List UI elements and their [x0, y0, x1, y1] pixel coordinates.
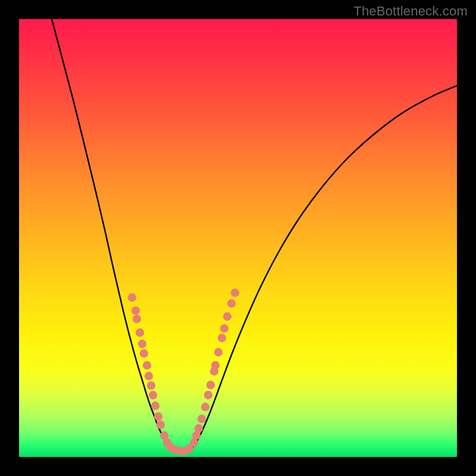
- marker-dot: [220, 324, 228, 333]
- marker-dot: [223, 312, 231, 321]
- marker-dot: [140, 349, 148, 358]
- marker-dot: [131, 306, 140, 315]
- marker-dot: [211, 361, 220, 369]
- marker-dot: [147, 381, 155, 390]
- chart-plot-area: [19, 19, 457, 457]
- marker-dot: [198, 415, 206, 423]
- marker-dot: [143, 361, 151, 369]
- marker-dot: [195, 424, 203, 433]
- marker-dot: [154, 412, 162, 421]
- chart-svg: [19, 19, 457, 457]
- marker-dot: [136, 328, 144, 337]
- marker-dot: [204, 391, 212, 399]
- marker-dot: [206, 381, 215, 389]
- marker-dot: [149, 391, 157, 399]
- marker-dot: [214, 348, 223, 356]
- marker-dot: [133, 315, 141, 323]
- marker-dot: [138, 340, 146, 348]
- marker-dots-group: [128, 289, 239, 455]
- marker-dot: [227, 299, 236, 308]
- marker-dot: [151, 402, 159, 410]
- bottleneck-curve: [52, 19, 457, 452]
- marker-dot: [156, 421, 165, 429]
- marker-dot: [231, 289, 239, 297]
- marker-dot: [218, 334, 226, 342]
- chart-frame: TheBottleneck.com: [0, 0, 476, 476]
- marker-dot: [145, 372, 153, 380]
- marker-dot: [128, 293, 136, 302]
- marker-dot: [201, 403, 209, 411]
- watermark-text: TheBottleneck.com: [353, 4, 468, 19]
